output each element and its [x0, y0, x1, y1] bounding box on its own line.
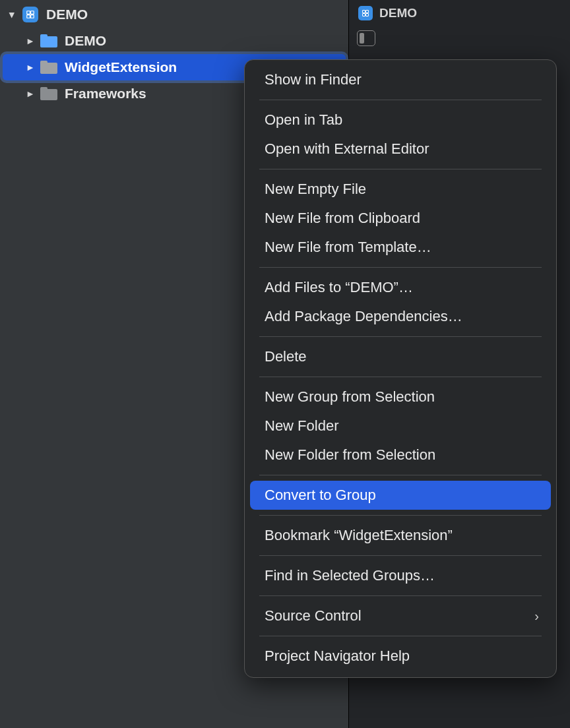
folder-label: WidgetExtension: [65, 59, 177, 75]
folder-icon: [40, 86, 58, 102]
menu-item[interactable]: New File from Template…: [250, 233, 551, 262]
menu-item-label: New File from Clipboard: [265, 210, 420, 227]
menu-item[interactable]: Source Control›: [250, 601, 551, 630]
folder-label: Frameworks: [65, 86, 146, 102]
menu-separator: [259, 475, 542, 475]
svg-rect-0: [27, 11, 30, 15]
svg-rect-3: [31, 15, 34, 18]
svg-rect-4: [363, 11, 365, 13]
menu-item-label: Source Control: [265, 607, 362, 624]
menu-item[interactable]: New File from Clipboard: [250, 204, 551, 233]
menu-item-label: Open in Tab: [265, 111, 342, 129]
menu-item[interactable]: New Group from Selection: [250, 382, 551, 411]
disclosure-right-icon[interactable]: ▸: [25, 61, 36, 73]
menu-item-label: New Empty File: [265, 181, 366, 198]
folder-demo-row[interactable]: ▸ DEMO: [0, 28, 348, 54]
folder-icon: [40, 59, 58, 75]
menu-item-label: New Group from Selection: [265, 388, 435, 406]
menu-item-label: Bookmark “WidgetExtension”: [265, 527, 453, 544]
menu-item[interactable]: New Empty File: [250, 175, 551, 204]
disclosure-right-icon[interactable]: ▸: [25, 88, 36, 100]
menu-item[interactable]: Bookmark “WidgetExtension”: [250, 521, 551, 550]
menu-item[interactable]: Project Navigator Help: [250, 642, 551, 671]
svg-rect-6: [363, 14, 365, 16]
menu-item-label: New File from Template…: [265, 239, 431, 256]
menu-item-label: Find in Selected Groups…: [265, 567, 435, 584]
menu-item[interactable]: New Folder from Selection: [250, 440, 551, 470]
menu-separator: [259, 515, 542, 516]
svg-rect-7: [366, 14, 369, 16]
project-icon: [357, 6, 374, 20]
menu-item-label: Add Package Dependencies…: [265, 308, 462, 325]
chevron-right-icon: ›: [534, 609, 539, 624]
project-root-row[interactable]: ▾ DEMO: [0, 1, 348, 28]
menu-item-label: Project Navigator Help: [265, 648, 410, 665]
project-root-label: DEMO: [46, 7, 88, 22]
menu-separator: [259, 636, 542, 636]
menu-separator: [259, 267, 542, 268]
editor-title: DEMO: [379, 6, 417, 20]
menu-item[interactable]: Delete: [250, 342, 551, 371]
context-menu: Show in FinderOpen in TabOpen with Exter…: [244, 59, 557, 678]
menu-item[interactable]: New Folder: [250, 411, 551, 440]
menu-item[interactable]: Add Files to “DEMO”…: [250, 273, 551, 302]
menu-item[interactable]: Show in Finder: [250, 65, 551, 94]
menu-item-label: Show in Finder: [265, 71, 362, 88]
folder-icon: [40, 33, 58, 49]
menu-item-label: Delete: [265, 348, 307, 365]
menu-item-label: Convert to Group: [265, 487, 376, 504]
svg-rect-2: [27, 15, 30, 18]
project-icon: [21, 7, 40, 22]
menu-item-label: New Folder: [265, 417, 338, 435]
menu-item-label: Add Files to “DEMO”…: [265, 279, 413, 296]
menu-item[interactable]: Add Package Dependencies…: [250, 302, 551, 331]
editor-path-bar[interactable]: DEMO: [357, 3, 570, 24]
menu-separator: [259, 169, 542, 169]
menu-separator: [259, 377, 542, 377]
menu-item[interactable]: Convert to Group: [250, 481, 551, 510]
menu-separator: [259, 595, 542, 596]
menu-item[interactable]: Find in Selected Groups…: [250, 561, 551, 590]
disclosure-right-icon[interactable]: ▸: [25, 35, 36, 47]
sidebar-toggle-icon[interactable]: [357, 30, 375, 46]
menu-item[interactable]: Open in Tab: [250, 106, 551, 135]
svg-rect-1: [31, 11, 34, 15]
menu-item[interactable]: Open with External Editor: [250, 135, 551, 164]
menu-item-label: New Folder from Selection: [265, 446, 435, 464]
menu-item-label: Open with External Editor: [265, 140, 429, 158]
folder-label: DEMO: [65, 33, 106, 49]
svg-rect-5: [366, 11, 369, 13]
menu-separator: [259, 336, 542, 337]
menu-separator: [259, 555, 542, 556]
menu-separator: [259, 100, 542, 100]
disclosure-down-icon[interactable]: ▾: [7, 9, 17, 20]
